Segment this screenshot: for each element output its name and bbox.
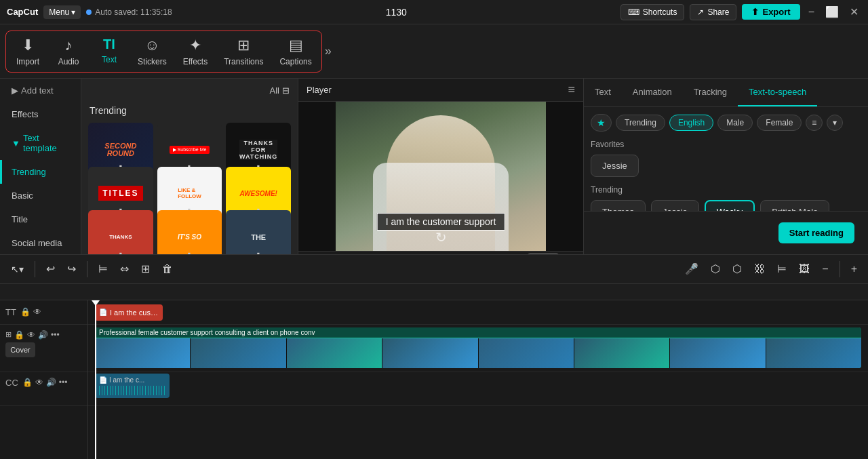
more-icon[interactable]: ••• — [51, 330, 60, 340]
filter-more-button[interactable]: ≡ — [806, 115, 823, 131]
text-clip-label: I am the customer — [110, 308, 159, 317]
sidebar-item-trending[interactable]: Trending — [0, 160, 81, 184]
voice-thomas[interactable]: Thomas — [591, 200, 646, 211]
crop-button[interactable]: ⊞ — [137, 260, 154, 278]
voice-wacky[interactable]: Wacky — [705, 200, 755, 211]
templates-grid: SECONDROUND ⬇ ▶ Subscribe Me ⬇ THANKSFOR… — [81, 119, 298, 254]
toolbar-expand-button[interactable]: » — [325, 44, 332, 58]
delete-button[interactable]: 🗑 — [158, 260, 177, 278]
filter-trending-button[interactable]: Trending — [616, 115, 665, 131]
all-filter-button[interactable]: All ⊟ — [270, 85, 290, 96]
menu-button[interactable]: Menu ▾ — [43, 5, 81, 19]
eye-icon3[interactable]: 👁 — [35, 378, 43, 387]
template-the[interactable]: THE ⬇ — [226, 210, 291, 254]
audio-icon3[interactable]: 🔊 — [46, 378, 56, 387]
playhead — [95, 300, 96, 460]
template-itssoo[interactable]: IT'S SO ⬇ — [157, 210, 222, 254]
timeline-tracks: TT 🔒 👁 ⊞ 🔒 👁 🔊 ••• Cover — [0, 300, 868, 460]
sidebar-item-effects[interactable]: Effects — [0, 102, 81, 126]
eye-icon2[interactable]: 👁 — [27, 330, 35, 340]
tracks-content: 📄 I am the customer Professional female … — [88, 300, 868, 460]
audio-icon2[interactable]: 🔊 — [38, 330, 48, 340]
toolbar-transitions[interactable]: ⊞ Transitions — [216, 33, 271, 71]
mic-button[interactable]: 🎤 — [681, 260, 703, 278]
lock-icon3[interactable]: 🔒 — [22, 378, 33, 387]
voice-jessie-favorite[interactable]: Jessie — [591, 155, 639, 177]
redo-button[interactable]: ↪ — [63, 260, 80, 278]
toolbar-border: ⬇ Import ♪ Audio TI Text ☺ Stickers ✦ Ef… — [5, 31, 322, 73]
cover-label[interactable]: Cover — [5, 342, 35, 357]
toolbar-stickers[interactable]: ☺ Stickers — [130, 33, 175, 71]
sidebar-item-add-text[interactable]: ▶ Add text — [0, 79, 81, 102]
filter-male-button[interactable]: Male — [717, 115, 753, 131]
lock-icon2[interactable]: 🔒 — [14, 330, 24, 340]
toolbar-captions-label: Captions — [279, 57, 311, 66]
toolbar-text[interactable]: TI Text — [89, 33, 130, 71]
tab-text-to-speech[interactable]: Text-to-speech — [738, 79, 817, 106]
filter-english-button[interactable]: English — [669, 115, 713, 131]
zoom-out-button[interactable]: − — [818, 260, 832, 278]
filter-female-button[interactable]: Female — [757, 115, 802, 131]
tool3-button[interactable]: ⊨ — [773, 260, 791, 278]
auto-saved-indicator: Auto saved: 11:35:18 — [86, 7, 172, 17]
lock-icon[interactable]: 🔒 — [20, 307, 31, 317]
toolbar-audio-label: Audio — [58, 57, 79, 66]
main-track-icon: ⊞ — [5, 330, 12, 339]
bottom-toolbar: ↖▾ ↩ ↪ ⊨ ⇔ ⊞ 🗑 🎤 ⬡ ⬡ ⛓ ⊨ 🖼 − + — [0, 254, 868, 284]
separator — [35, 261, 35, 277]
voice-jessie[interactable]: Jessie — [651, 200, 699, 211]
link-button[interactable]: ⛓ — [750, 260, 769, 278]
filter-expand-button[interactable]: ▾ — [827, 115, 843, 131]
undo-button[interactable]: ↩ — [42, 260, 59, 278]
sidebar-item-social-media[interactable]: Social media — [0, 231, 81, 254]
player-menu-button[interactable]: ≡ — [568, 83, 575, 97]
refresh-icon: ↻ — [435, 229, 447, 245]
sidebar-item-basic[interactable]: Basic — [0, 184, 81, 207]
zoom-in-button[interactable]: + — [847, 260, 861, 278]
toolbar-audio[interactable]: ♪ Audio — [48, 33, 89, 71]
maximize-button[interactable]: ⬜ — [823, 5, 842, 18]
voice-british-male[interactable]: British Male — [760, 200, 829, 211]
eye-icon[interactable]: 👁 — [33, 307, 41, 317]
filter-star-button[interactable]: ★ — [591, 114, 612, 132]
start-reading-button[interactable]: Start reading — [778, 222, 854, 243]
player-video: I am the customer support ↻ — [298, 102, 583, 251]
video-track-row: Professional female customer support con… — [88, 325, 868, 372]
toolbar-import[interactable]: ⬇ Import — [7, 33, 48, 71]
split-button[interactable]: ⊨ — [94, 260, 112, 278]
audio-clip[interactable]: 📄 I am the c... — [95, 374, 170, 398]
shortcuts-button[interactable]: ⌨ Shortcuts — [620, 4, 685, 20]
minimize-button[interactable]: − — [806, 5, 817, 18]
export-button[interactable]: ⬆ Export — [742, 4, 800, 20]
select-tool-button[interactable]: ↖▾ — [7, 261, 28, 277]
sidebar-item-title[interactable]: Title — [0, 207, 81, 231]
more-icon3[interactable]: ••• — [59, 378, 68, 387]
tab-animation[interactable]: Animation — [622, 79, 683, 106]
toolbar-captions[interactable]: ▤ Captions — [271, 33, 319, 71]
tab-text[interactable]: Text — [584, 79, 622, 106]
track-labels: TT 🔒 👁 ⊞ 🔒 👁 🔊 ••• Cover — [0, 300, 88, 460]
tab-tracking[interactable]: Tracking — [683, 79, 738, 106]
sidebar-item-text-template[interactable]: ▼ Text template — [0, 126, 81, 160]
track-label-text: TT 🔒 👁 — [0, 300, 87, 325]
close-button[interactable]: ✕ — [847, 5, 861, 18]
video-clip-label: Professional female customer support con… — [95, 327, 861, 338]
share-button[interactable]: ↗ Share — [690, 4, 736, 20]
right-panel: Text Animation Tracking Text-to-speech ★… — [583, 79, 868, 254]
template-thanks2[interactable]: THANKS ⬇ — [88, 210, 153, 254]
stickers-icon: ☺ — [144, 37, 159, 54]
download-icon: ⬇ — [117, 251, 125, 254]
tool2-button[interactable]: ⬡ — [728, 260, 746, 278]
left-panel: ▶ Add text Effects ▼ Text template Trend… — [0, 79, 81, 254]
player-area: Player ≡ I am the customer support ↻ 00:… — [298, 79, 583, 254]
text-clip[interactable]: 📄 I am the customer — [95, 304, 163, 321]
top-bar-right: ⌨ Shortcuts ↗ Share ⬆ Export − ⬜ ✕ — [620, 4, 861, 20]
window-controls: − ⬜ ✕ — [806, 5, 861, 18]
toolbar-effects[interactable]: ✦ Effects — [175, 33, 216, 71]
mirror-button[interactable]: ⇔ — [116, 260, 133, 278]
right-panel-tabs: Text Animation Tracking Text-to-speech — [584, 79, 868, 107]
image-button[interactable]: 🖼 — [795, 260, 814, 278]
text-track-icon: TT — [5, 307, 16, 317]
tool1-button[interactable]: ⬡ — [707, 260, 724, 278]
captions-icon: ▤ — [289, 37, 303, 54]
